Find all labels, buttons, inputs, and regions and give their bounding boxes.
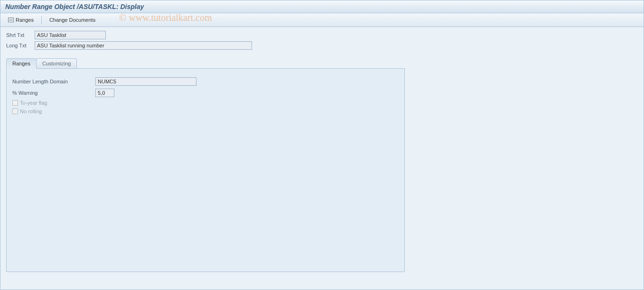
- number-length-domain-row: Number Length Domain NUMC5: [12, 77, 399, 86]
- number-length-domain-field: NUMC5: [95, 77, 196, 86]
- tab-panel-wrap: Ranges Customizing Number Length Domain …: [0, 54, 644, 278]
- no-rolling-row: No rolling: [12, 109, 399, 114]
- short-text-label: Shrt Txt: [6, 32, 35, 38]
- ranges-toolbar-button[interactable]: Ranges: [4, 16, 37, 24]
- header-fields: Shrt Txt ASU Tasklist Long Txt ASU Taskl…: [0, 27, 644, 54]
- tab-ranges[interactable]: Ranges: [6, 58, 37, 69]
- watermark-text: © www.tutorialkart.com: [119, 12, 212, 23]
- short-text-field: ASU Tasklist: [35, 31, 106, 39]
- long-text-row: Long Txt ASU Tasklist running number: [6, 41, 638, 50]
- tab-customizing-label: Customizing: [42, 61, 71, 66]
- number-length-domain-label: Number Length Domain: [12, 79, 95, 84]
- tab-strip: Ranges Customizing: [6, 58, 405, 68]
- toolbar-separator: [41, 16, 42, 24]
- warning-row: % Warning 5,0: [12, 89, 399, 97]
- main-window: Number Range Object /ASU/TASKL: Display …: [0, 0, 644, 290]
- ranges-icon: [8, 18, 14, 22]
- tab-ranges-label: Ranges: [12, 61, 30, 66]
- ranges-button-label: Ranges: [16, 17, 34, 23]
- no-rolling-label: No rolling: [20, 109, 42, 114]
- to-year-flag-row: To-year flag: [12, 100, 399, 106]
- tab-customizing[interactable]: Customizing: [36, 58, 77, 68]
- no-rolling-checkbox: [12, 109, 18, 114]
- page-title: Number Range Object /ASU/TASKL: Display: [5, 3, 144, 10]
- change-documents-label: Change Documents: [49, 17, 95, 23]
- change-documents-button[interactable]: Change Documents: [46, 16, 99, 24]
- tab-container: Ranges Customizing Number Length Domain …: [6, 58, 405, 272]
- warning-field: 5,0: [95, 89, 114, 97]
- title-bar: Number Range Object /ASU/TASKL: Display: [0, 0, 644, 13]
- ranges-tab-body: Number Length Domain NUMC5 % Warning 5,0…: [6, 68, 405, 272]
- warning-label: % Warning: [12, 90, 95, 96]
- long-text-field: ASU Tasklist running number: [35, 41, 252, 50]
- short-text-row: Shrt Txt ASU Tasklist: [6, 31, 638, 39]
- to-year-flag-label: To-year flag: [20, 100, 47, 106]
- toolbar: Ranges Change Documents © www.tutorialka…: [0, 13, 644, 27]
- long-text-label: Long Txt: [6, 43, 35, 48]
- to-year-flag-checkbox: [12, 100, 18, 106]
